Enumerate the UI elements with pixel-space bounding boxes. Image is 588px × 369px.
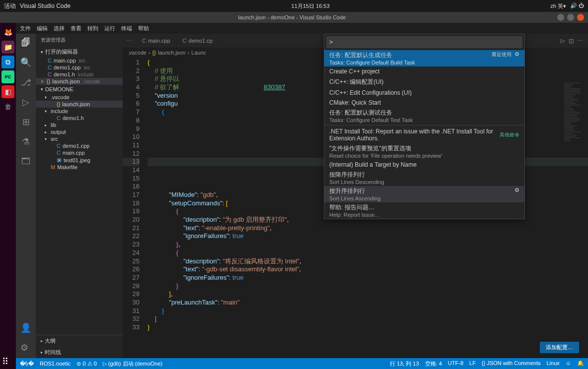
window-maximize-button[interactable] xyxy=(567,14,574,21)
os-top-panel: 活动 Visual Studio Code 11月15日 16:53 zh 英▾… xyxy=(0,0,588,12)
editor-area: ⋯ Cmain.cpp Cdemo1.cp ▷ ◫ ⋯ .vscode › {}… xyxy=(123,34,588,358)
open-editor-item[interactable]: ×{}launch.json.vscode xyxy=(36,78,123,85)
status-debug-config[interactable]: ▷ (gdb) 启动 (demoOne) xyxy=(103,360,163,368)
command-palette-item[interactable]: (Internal) Build a Target by Name xyxy=(324,160,524,170)
status-ros[interactable]: ROS1.noetic xyxy=(40,361,71,367)
explorer-icon[interactable]: 🗐 xyxy=(21,38,30,48)
status-problems[interactable]: ⊘ 0 ⚠ 0 xyxy=(76,361,96,367)
more-actions-icon[interactable]: ⋯ xyxy=(578,38,583,44)
ubuntu-dock: 🦊 📁 ⧉ PC ◧ 🗑 xyxy=(0,23,16,369)
file-demo1.cpp[interactable]: Cdemo1.cpp xyxy=(36,142,123,149)
remote-icon[interactable]: 🗔 xyxy=(21,156,30,167)
extensions-icon[interactable]: ⊞ xyxy=(22,117,30,127)
status-os[interactable]: Linux xyxy=(546,360,559,368)
activity-bar: 🗐 🔍 ⎇ ▷ ⊞ ⚗ 🗔 👤 ⚙ xyxy=(16,34,36,358)
timeline-section[interactable]: 时间线 xyxy=(36,347,123,358)
window-titlebar: launch.json - demoOne - Visual Studio Co… xyxy=(0,12,588,23)
command-palette-item[interactable]: 任务: 配置默认测试任务Tasks: Configure Default Tes… xyxy=(324,108,524,124)
command-palette-item[interactable]: C/C++: Edit Configurations (UI) xyxy=(324,88,524,98)
dock-vscode[interactable]: ⧉ xyxy=(1,56,14,68)
window-title: launch.json - demoOne - Visual Studio Co… xyxy=(30,14,554,20)
menu-terminal[interactable]: 终端 xyxy=(121,25,132,32)
dock-files[interactable]: 📁 xyxy=(1,41,14,54)
source-control-icon[interactable]: ⎇ xyxy=(21,77,31,88)
app-indicator[interactable]: Visual Studio Code xyxy=(20,2,71,9)
run-icon[interactable]: ▷ xyxy=(561,38,565,44)
file-demo1.h[interactable]: Cdemo1.h xyxy=(36,115,123,122)
open-editor-item[interactable]: Cdemo1.cppsrc xyxy=(36,64,123,71)
window-minimize-button[interactable] xyxy=(557,14,564,21)
remote-indicator[interactable]: �ხ� xyxy=(20,361,34,367)
menu-bar: 文件 编辑 选择 查看 转到 运行 终端 帮助 xyxy=(16,23,588,34)
menu-view[interactable]: 查看 xyxy=(71,25,81,32)
file-main.cpp[interactable]: Cmain.cpp xyxy=(36,149,123,156)
system-tray[interactable]: zh 英▾🔊 ⏻ xyxy=(550,2,584,10)
file-test01.jpeg[interactable]: ▣test01.jpeg xyxy=(36,156,123,164)
open-editor-item[interactable]: Cmain.cppsrc xyxy=(36,57,123,64)
window-close-button[interactable] xyxy=(577,14,584,21)
command-palette-item[interactable]: "文件操作需要预览"的重置选项Reset choice for 'File op… xyxy=(324,143,524,160)
add-configuration-button[interactable]: 添加配置… xyxy=(540,342,579,353)
command-palette-item[interactable]: .NET Install Tool: Report an issue with … xyxy=(324,126,524,143)
dock-app[interactable]: ◧ xyxy=(1,85,14,98)
command-palette-item[interactable]: 帮助: 报告问题…Help: Report Issue… xyxy=(324,202,524,219)
folder-lib[interactable]: lib xyxy=(36,122,123,128)
command-palette-item[interactable]: CMake: Quick Start xyxy=(324,98,524,108)
project-section[interactable]: DEMOONE xyxy=(36,85,123,94)
menu-selection[interactable]: 选择 xyxy=(54,25,65,32)
tab-demo1-cpp[interactable]: Cdemo1.cp xyxy=(177,34,219,48)
tab-main-cpp[interactable]: Cmain.cpp xyxy=(136,34,177,48)
menu-run[interactable]: 运行 xyxy=(104,25,115,32)
status-indentation[interactable]: 空格: 4 xyxy=(425,360,442,368)
testing-icon[interactable]: ⚗ xyxy=(22,136,30,147)
settings-gear-icon[interactable]: ⚙ xyxy=(20,342,31,353)
menu-help[interactable]: 帮助 xyxy=(138,25,149,32)
minimap[interactable] xyxy=(564,82,584,157)
split-editor-icon[interactable]: ◫ xyxy=(569,38,574,44)
status-line-col[interactable]: 行 13, 列 13 xyxy=(390,360,419,368)
status-eol[interactable]: LF xyxy=(469,360,476,368)
menu-edit[interactable]: 编辑 xyxy=(37,25,48,32)
file-Makefile[interactable]: MMakefile xyxy=(36,164,123,171)
search-icon[interactable]: 🔍 xyxy=(20,57,31,68)
folder-include[interactable]: include xyxy=(36,108,123,115)
status-feedback-icon[interactable]: ☺ xyxy=(566,360,571,368)
dock-pycharm[interactable]: PC xyxy=(1,70,14,83)
command-palette-item[interactable]: 任务: 配置默认生成任务最近使用⚙Tasks: Configure Defaul… xyxy=(324,50,524,66)
command-palette-item[interactable]: 按降序排列行Sort Lines Descending xyxy=(324,170,524,186)
command-palette-item[interactable]: C/C++: 编辑配置(UI) xyxy=(324,76,524,88)
command-palette-item[interactable]: 按升序排列行⚙Sort Lines Ascending xyxy=(324,186,524,202)
status-language[interactable]: {} JSON with Comments xyxy=(482,360,541,368)
folder-output[interactable]: output xyxy=(36,128,123,135)
outline-section[interactable]: 大纲 xyxy=(36,335,123,347)
account-icon[interactable]: 👤 xyxy=(20,322,31,333)
command-palette-input[interactable]: > xyxy=(326,36,522,48)
dock-firefox[interactable]: 🦊 xyxy=(1,26,14,39)
menu-file[interactable]: 文件 xyxy=(20,25,31,32)
vscode-window: 文件 编辑 选择 查看 转到 运行 终端 帮助 🗐 🔍 ⎇ ▷ ⊞ ⚗ 🗔 👤 … xyxy=(16,23,588,369)
command-palette: > 任务: 配置默认生成任务最近使用⚙Tasks: Configure Defa… xyxy=(324,34,525,219)
folder-.vscode[interactable]: .vscode xyxy=(36,94,123,101)
dock-show-apps[interactable]: ⠿ xyxy=(2,356,8,367)
clock[interactable]: 11月15日 16:53 xyxy=(78,2,542,10)
activities-label[interactable]: 活动 xyxy=(4,2,16,10)
sidebar: 资源管理器 打开的编辑器 Cmain.cppsrcCdemo1.cppsrcCd… xyxy=(36,34,123,358)
menu-go[interactable]: 转到 xyxy=(87,25,98,32)
open-editor-item[interactable]: Cdemo1.hinclude xyxy=(36,71,123,78)
tab-overflow-icon[interactable]: ⋯ xyxy=(123,38,136,44)
file-launch.json[interactable]: {}launch.json xyxy=(36,101,123,108)
debug-icon[interactable]: ▷ xyxy=(22,97,29,108)
status-encoding[interactable]: UTF-8 xyxy=(448,360,463,368)
open-editors-section[interactable]: 打开的编辑器 xyxy=(36,47,123,57)
folder-src[interactable]: src xyxy=(36,135,123,142)
status-bar: �ხ� ROS1.noetic ⊘ 0 ⚠ 0 ▷ (gdb) 启动 (demo… xyxy=(16,358,588,369)
dock-trash[interactable]: 🗑 xyxy=(1,100,14,113)
command-palette-item[interactable]: Create C++ project xyxy=(324,66,524,76)
status-bell-icon[interactable]: 🔔 xyxy=(577,360,584,368)
sidebar-title: 资源管理器 xyxy=(36,34,123,47)
